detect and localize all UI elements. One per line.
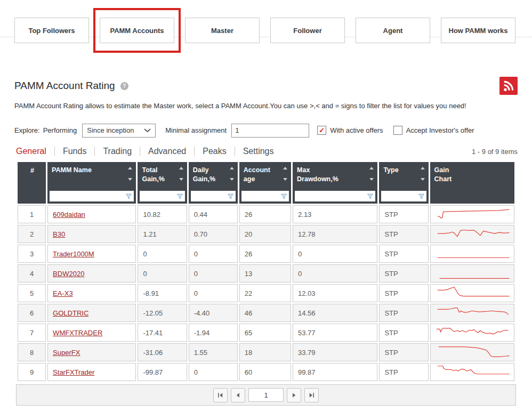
daily-gain-cell: 0 bbox=[189, 363, 238, 381]
next-page-button[interactable] bbox=[287, 388, 301, 402]
gain-chart-cell bbox=[430, 264, 514, 282]
gain-chart-cell bbox=[430, 363, 514, 381]
column-header-total-gain[interactable]: Total Gain,% bbox=[138, 162, 187, 204]
minimal-assignment-input[interactable] bbox=[231, 124, 309, 138]
tab-trading[interactable]: Trading bbox=[94, 147, 132, 156]
help-icon[interactable]: ? bbox=[120, 82, 128, 90]
sort-arrows[interactable] bbox=[179, 167, 183, 181]
filter-box-account-age bbox=[241, 191, 289, 201]
column-header-daily-gain[interactable]: Daily Gain,% bbox=[189, 162, 238, 204]
type-filter-input[interactable] bbox=[382, 192, 417, 200]
sort-asc-icon[interactable] bbox=[179, 167, 183, 169]
account-age-cell: 60 bbox=[239, 363, 291, 381]
rss-icon[interactable] bbox=[499, 77, 518, 95]
type-cell: STP bbox=[379, 324, 428, 342]
nav-follower-button[interactable]: Follower bbox=[270, 18, 345, 43]
pamm-name-link[interactable]: B30 bbox=[53, 230, 65, 238]
pamm-name-filter-input[interactable] bbox=[51, 192, 125, 200]
nav-agent-button[interactable]: Agent bbox=[356, 18, 430, 43]
daily-gain-cell: 0 bbox=[189, 245, 238, 263]
filter-funnel-icon[interactable] bbox=[125, 193, 132, 200]
page-number-input[interactable] bbox=[248, 388, 284, 402]
sort-asc-icon[interactable] bbox=[421, 167, 425, 169]
sort-arrows[interactable] bbox=[283, 167, 287, 181]
account-age-cell: 22 bbox=[239, 284, 291, 302]
prev-page-button[interactable] bbox=[231, 388, 245, 402]
top-nav: Top Followers PAMM Accounts Master Follo… bbox=[14, 7, 518, 53]
sort-desc-icon[interactable] bbox=[128, 178, 132, 181]
sort-asc-icon[interactable] bbox=[128, 167, 132, 169]
sort-arrows[interactable] bbox=[128, 167, 132, 181]
tab-advanced[interactable]: Advanced bbox=[140, 147, 186, 156]
pamm-name-cell: EA-X3 bbox=[47, 284, 136, 302]
table-row: 3Trader1000M00260STP bbox=[18, 245, 514, 263]
tab-funds[interactable]: Funds bbox=[54, 147, 86, 156]
table-row: 5EA-X3-8.9102212.03STP bbox=[18, 284, 514, 302]
max-drawdown-cell: 99.87 bbox=[293, 363, 377, 381]
sort-desc-icon[interactable] bbox=[179, 178, 183, 181]
filter-funnel-icon[interactable] bbox=[280, 193, 287, 200]
with-active-offers-checkbox[interactable]: ✓ bbox=[317, 126, 326, 135]
sort-arrows[interactable] bbox=[230, 167, 234, 181]
daily-gain-cell: -1.94 bbox=[189, 324, 238, 342]
daily-gain-filter-input[interactable] bbox=[192, 192, 227, 200]
max-drawdown-cell: 53.77 bbox=[293, 324, 377, 342]
sort-asc-icon[interactable] bbox=[369, 167, 374, 169]
pamm-name-link[interactable]: EA-X3 bbox=[53, 289, 73, 297]
pamm-name-link[interactable]: SuperFX bbox=[53, 349, 80, 357]
pamm-name-link[interactable]: GOLDTRIC bbox=[53, 309, 88, 317]
pamm-name-link[interactable]: BDW2020 bbox=[53, 270, 84, 278]
sort-desc-icon[interactable] bbox=[369, 178, 374, 181]
column-header-max-drawdown[interactable]: Max Drawdown,% bbox=[293, 162, 377, 204]
table-row: 4BDW202000130STP bbox=[18, 264, 514, 282]
tab-peaks[interactable]: Peaks bbox=[194, 147, 226, 156]
sort-arrows[interactable] bbox=[369, 167, 374, 181]
gain-chart-cell bbox=[430, 284, 514, 302]
filter-funnel-icon[interactable] bbox=[227, 193, 234, 200]
filter-box-total-gain bbox=[140, 191, 184, 201]
sort-desc-icon[interactable] bbox=[421, 178, 425, 181]
last-page-button[interactable] bbox=[304, 388, 319, 402]
filter-funnel-icon[interactable] bbox=[176, 193, 183, 200]
sort-asc-icon[interactable] bbox=[283, 167, 287, 169]
filter-funnel-icon[interactable] bbox=[367, 193, 374, 200]
filter-funnel-icon[interactable] bbox=[418, 193, 425, 200]
sort-asc-icon[interactable] bbox=[230, 167, 234, 169]
period-select[interactable]: Since inception bbox=[82, 124, 156, 138]
nav-master-button[interactable]: Master bbox=[185, 18, 260, 43]
max-drawdown-filter-input[interactable] bbox=[296, 192, 367, 200]
sort-desc-icon[interactable] bbox=[283, 178, 287, 181]
sort-arrows[interactable] bbox=[421, 167, 425, 181]
nav-pamm-accounts-button[interactable]: PAMM Accounts bbox=[100, 18, 174, 43]
tab-general[interactable]: General bbox=[16, 147, 46, 156]
pamm-name-link[interactable]: Trader1000M bbox=[53, 250, 94, 258]
performing-label: Performing bbox=[43, 126, 77, 134]
nav-top-followers-button[interactable]: Top Followers bbox=[14, 18, 89, 43]
gain-sparkline bbox=[433, 325, 511, 341]
tab-settings[interactable]: Settings bbox=[235, 147, 274, 156]
daily-gain-cell: -4.40 bbox=[189, 304, 238, 322]
daily-gain-cell: 0 bbox=[189, 264, 238, 282]
table-row: 1609daidan10.820.44262.13STP bbox=[18, 205, 514, 223]
account-age-filter-input[interactable] bbox=[243, 192, 280, 200]
total-gain-cell: -8.91 bbox=[138, 284, 187, 302]
pamm-name-link[interactable]: StarFXTrader bbox=[53, 368, 94, 376]
pamm-name-link[interactable]: WMFXTRADER bbox=[53, 329, 102, 337]
first-page-button[interactable] bbox=[213, 388, 228, 402]
column-header-account-age[interactable]: Account age bbox=[239, 162, 291, 204]
pamm-name-link[interactable]: 609daidan bbox=[53, 211, 85, 219]
column-header-type[interactable]: Type bbox=[379, 162, 428, 204]
pamm-name-cell: 609daidan bbox=[47, 205, 136, 223]
accept-investors-offer-checkbox[interactable] bbox=[393, 126, 402, 135]
table-row: 9StarFXTrader-99.8706099.87STP bbox=[18, 363, 514, 381]
total-gain-cell: 10.82 bbox=[138, 205, 187, 223]
sort-desc-icon[interactable] bbox=[230, 178, 234, 181]
total-gain-filter-input[interactable] bbox=[141, 192, 176, 200]
row-number-cell: 3 bbox=[18, 245, 46, 263]
nav-how-pamm-works-button[interactable]: How PAMM works bbox=[441, 18, 515, 43]
gain-chart-cell bbox=[430, 304, 514, 322]
column-label-daily-gain: Daily Gain,% bbox=[193, 166, 235, 184]
column-header-pamm-name[interactable]: PAMM Name bbox=[47, 162, 136, 204]
total-gain-cell: 1.21 bbox=[138, 225, 187, 243]
type-cell: STP bbox=[379, 304, 428, 322]
